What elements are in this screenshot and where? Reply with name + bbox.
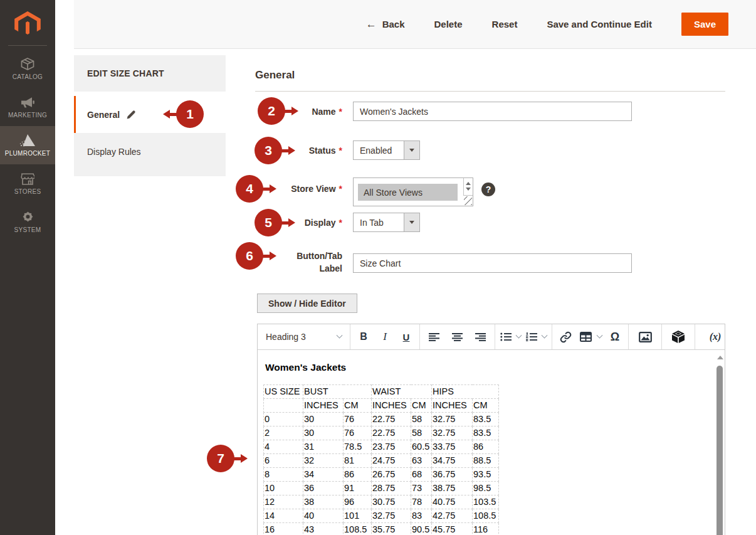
bullet-list-options-button[interactable]: [514, 324, 523, 349]
align-center-button[interactable]: [446, 324, 469, 349]
italic-button[interactable]: I: [374, 324, 396, 349]
display-select-arrow[interactable]: [404, 213, 419, 231]
table-cell: 14: [264, 509, 303, 523]
pencil-icon: [127, 110, 136, 119]
table-cell: 83.5: [473, 413, 499, 426]
annotation-arrow-right: [263, 255, 270, 258]
table-cell: 83.5: [473, 426, 499, 440]
insert-image-button[interactable]: [631, 324, 659, 349]
table-cell: 68: [411, 468, 432, 482]
pyramid-icon: [19, 134, 36, 147]
status-select[interactable]: Enabled: [353, 140, 420, 160]
table-header-cell: CM: [344, 399, 372, 413]
align-left-button[interactable]: [423, 324, 446, 349]
sidebar-item-catalog[interactable]: CATALOG: [0, 50, 55, 88]
table-cell: 12: [264, 495, 303, 509]
numbered-list-icon: [526, 332, 537, 341]
tab-display-rules[interactable]: Display Rules: [74, 133, 226, 176]
numbered-list-button[interactable]: [523, 324, 540, 349]
editor-group-widget: [662, 324, 695, 349]
special-character-button[interactable]: Ω: [604, 324, 626, 349]
underline-button[interactable]: U: [396, 324, 417, 349]
store-view-multiselect[interactable]: All Store Views: [353, 177, 473, 206]
align-right-button[interactable]: [469, 324, 492, 349]
insert-variable-button[interactable]: (x): [698, 324, 725, 349]
scrollbar-thumb[interactable]: [717, 366, 723, 535]
sidebar-item-label: SYSTEM: [14, 226, 41, 233]
table-header-cell: WAIST: [372, 385, 432, 399]
table-cell: 90.5: [411, 523, 432, 535]
name-input[interactable]: [353, 102, 632, 121]
heading-format-select[interactable]: Heading 3: [260, 332, 347, 342]
numbered-list-options-button[interactable]: [540, 324, 549, 349]
table-group-header-row: US SIZEBUSTWAISTHIPS: [264, 385, 499, 399]
sidebar-item-label: CATALOG: [13, 73, 43, 80]
annotation-badge-3: 3: [255, 137, 282, 164]
store-view-help-icon[interactable]: ?: [481, 183, 495, 196]
table-row: 43178.523.7560.533.7586: [264, 440, 499, 454]
show-hide-editor-button[interactable]: Show / Hide Editor: [257, 294, 357, 313]
table-cell: 93.5: [473, 468, 499, 482]
table-cell: 2: [264, 426, 303, 440]
status-select-arrow[interactable]: [404, 141, 419, 159]
table-cell: 86: [473, 440, 499, 454]
back-arrow-icon: ←: [366, 18, 377, 31]
sidebar-menu: CATALOG MARKETING: [0, 50, 55, 241]
display-select-value: In Tab: [354, 213, 404, 231]
tab-display-rules-label: Display Rules: [87, 147, 141, 157]
delete-button[interactable]: Delete: [434, 19, 463, 29]
table-cell: 32.75: [432, 413, 473, 426]
table-cell: 34.75: [432, 454, 473, 468]
panel-title: EDIT SIZE CHART: [74, 55, 226, 92]
editor-scrollbar[interactable]: [715, 350, 725, 535]
sidebar-item-marketing[interactable]: MARKETING: [0, 88, 55, 126]
bullet-list-button[interactable]: [498, 324, 514, 349]
editor-content-area[interactable]: Women's Jackets US SIZEBUSTWAISTHIPSINCH…: [258, 350, 725, 535]
display-select[interactable]: In Tab: [353, 213, 420, 232]
resize-handle[interactable]: [464, 196, 472, 205]
sidebar-item-system[interactable]: SYSTEM: [0, 203, 55, 241]
sidebar-item-label: PLUMROCKET: [5, 150, 50, 157]
table-cell: 101: [344, 509, 372, 523]
store-view-option-selected[interactable]: All Store Views: [358, 184, 458, 201]
editor-content-title: Women's Jackets: [265, 362, 346, 373]
scroll-up-icon[interactable]: [717, 356, 723, 359]
align-left-icon: [429, 333, 439, 341]
table-header-cell: CM: [473, 399, 499, 413]
table-cell: 108.5: [344, 523, 372, 535]
table-cell: 76: [344, 426, 372, 440]
annotation-arrow-right: [281, 149, 288, 152]
sidebar-item-stores[interactable]: STORES: [0, 164, 55, 203]
table-cell: 108.5: [473, 509, 499, 523]
table-cell: 22.75: [372, 426, 411, 440]
button-tab-label-input[interactable]: [353, 253, 632, 273]
link-icon: [560, 331, 572, 343]
gear-icon: [21, 211, 34, 223]
multiselect-scrollbar[interactable]: [463, 178, 473, 196]
table-cell: 23.75: [372, 440, 411, 454]
sidebar-item-plumrocket[interactable]: PLUMROCKET: [0, 126, 55, 164]
back-button[interactable]: ← Back: [366, 18, 405, 31]
table-cell: 78.5: [344, 440, 372, 454]
required-asterisk: *: [339, 184, 342, 194]
editor-group-align: [420, 324, 495, 349]
align-center-icon: [452, 333, 463, 341]
table-cell: 8: [264, 468, 303, 482]
bold-button[interactable]: B: [353, 324, 374, 349]
magento-logo[interactable]: [0, 0, 55, 46]
table-header-cell: [264, 399, 303, 413]
chevron-down-icon: [337, 332, 343, 338]
table-cell: 45.75: [432, 523, 473, 535]
table-cell: 35.75: [372, 523, 411, 535]
required-asterisk: *: [339, 146, 342, 156]
table-button[interactable]: [576, 324, 595, 349]
table-cell: 26.75: [372, 468, 411, 482]
save-button[interactable]: Save: [681, 13, 728, 36]
save-and-continue-button[interactable]: Save and Continue Edit: [547, 19, 652, 29]
table-options-button[interactable]: [595, 324, 604, 349]
link-button[interactable]: [555, 324, 576, 349]
insert-widget-button[interactable]: [664, 324, 692, 349]
table-cell: 36: [303, 482, 344, 495]
reset-button[interactable]: Reset: [492, 19, 518, 29]
button-tab-label-field-label: Button/Tab Label: [273, 250, 342, 275]
